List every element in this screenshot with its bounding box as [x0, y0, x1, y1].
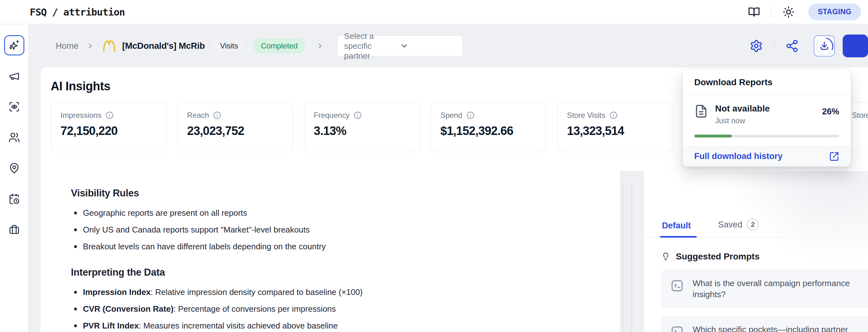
users-icon [8, 132, 20, 143]
report-file-icon [694, 104, 708, 118]
info-icon[interactable] [213, 111, 222, 120]
chevron-down-icon [400, 41, 456, 50]
metric-label: Reach [187, 111, 209, 120]
interpreting-data-title: Interpreting the Data [71, 267, 601, 278]
metric-value: 13,323,514 [567, 124, 663, 138]
list-item: Breakout levels can have different label… [71, 241, 601, 252]
info-icon[interactable] [466, 111, 475, 120]
docs-button[interactable] [745, 3, 763, 21]
metric-label: Store Visits [567, 111, 605, 120]
metric-card-frequency: Frequency 3.13% [304, 102, 420, 152]
download-progress-arc [815, 37, 834, 56]
progress-bar-fill [694, 134, 732, 138]
app-logo: FSQ / attribution [30, 6, 125, 18]
full-download-history-link[interactable]: Full download history [694, 151, 782, 161]
terminal-icon [671, 325, 684, 332]
partner-select-value: Select a specific partner [344, 31, 400, 61]
app-header: FSQ / attribution STAGING [0, 0, 868, 24]
term: CVR (Conversion Rate) [83, 304, 174, 313]
metric-card-spend: Spend $1,152,392.66 [431, 102, 547, 152]
book-icon [748, 6, 760, 18]
map-pin-icon [8, 162, 20, 174]
info-icon[interactable] [353, 111, 362, 120]
breadcrumb-home-link[interactable]: Home [56, 41, 79, 51]
actions-divider [774, 39, 774, 53]
sidebar-item-places[interactable] [4, 158, 24, 178]
primary-action-button[interactable] [843, 34, 868, 57]
list-item: PVR Lift Index: Measures incremental vis… [71, 320, 601, 331]
staging-badge: STAGING [808, 3, 861, 20]
metric-card-store-visits: Store Visits 13,323,514 [557, 102, 673, 152]
prompt-text: Which specific pockets—including partner… [693, 324, 868, 332]
sparkles-icon [8, 39, 20, 51]
partner-select[interactable]: Select a specific partner [337, 35, 463, 56]
suggested-prompts-header: Suggested Prompts [661, 251, 868, 262]
report-progress-percent: 26% [822, 107, 839, 117]
term: PVR Lift Index [83, 321, 138, 330]
share-icon [785, 39, 799, 53]
term-desc: : Measures incremental visits achieved a… [138, 321, 338, 330]
tab-default[interactable]: Default [662, 221, 691, 238]
metric-value: 72,150,220 [60, 124, 157, 138]
info-icon[interactable] [609, 111, 618, 120]
chevron-right-icon [316, 42, 324, 50]
info-icon[interactable] [105, 111, 114, 120]
breadcrumb: Home [McDonald's] McRib Visits Completed… [29, 24, 868, 67]
tab-saved-label: Saved [718, 220, 743, 230]
chevron-right-icon [86, 42, 94, 50]
gear-icon [750, 39, 763, 53]
mcdonalds-arches-icon [102, 39, 117, 53]
campaign-title: [McDonald's] McRib [122, 41, 205, 51]
panel-splitter-handle[interactable] [622, 183, 624, 332]
metric-value: 23,023,752 [187, 124, 283, 138]
terminal-icon [671, 279, 684, 300]
download-reports-popover: Download Reports Not available Just now … [682, 69, 851, 167]
settings-button[interactable] [747, 37, 765, 55]
external-link-icon[interactable] [829, 151, 839, 161]
sidebar-item-visibility[interactable] [4, 97, 24, 117]
term-desc: : Relative impression density compared t… [151, 287, 363, 297]
report-timestamp: Just now [715, 116, 770, 125]
sidebar-item-portfolio[interactable] [4, 219, 24, 240]
visibility-rules-list: Geographic reports are present on all re… [71, 207, 601, 252]
content-scrollbar[interactable] [631, 183, 632, 332]
sidebar-item-ai-insights[interactable] [4, 35, 24, 55]
megaphone-icon [8, 70, 20, 82]
sidebar [0, 24, 29, 332]
metric-card-reach: Reach 23,023,752 [177, 102, 293, 152]
metric-label: Spend [440, 111, 462, 120]
list-item: CVR (Conversion Rate): Percentage of con… [71, 303, 601, 314]
lightbulb-icon [661, 252, 670, 261]
scan-eye-icon [8, 101, 20, 113]
prompt-card-2[interactable]: Which specific pockets—including partner… [662, 316, 868, 332]
list-item: Only US and Canada reports support "Mark… [71, 224, 601, 235]
interpreting-data-list: Impression Index: Relative impression de… [71, 286, 601, 331]
saved-count-badge: 2 [747, 219, 759, 231]
prompt-text: What is the overall campaign performance… [693, 278, 868, 300]
share-button[interactable] [783, 37, 801, 55]
visibility-rules-title: Visibility Rules [71, 187, 601, 199]
metric-value: 3.13% [314, 124, 410, 138]
popover-title: Download Reports [694, 77, 772, 87]
status-badge: Completed [253, 38, 305, 54]
sidebar-item-campaigns[interactable] [4, 66, 24, 86]
popover-footer: Full download history [683, 146, 850, 166]
progress-bar [694, 134, 839, 138]
term-desc: : Percentage of conversions per impressi… [174, 304, 336, 313]
popover-header: Download Reports [683, 69, 850, 95]
term: Impression Index [83, 287, 151, 297]
prompt-card-1[interactable]: What is the overall campaign performance… [662, 270, 868, 308]
metric-label: Impressions [60, 111, 101, 120]
sun-icon [782, 6, 795, 18]
panel-tabs: Default Saved 2 [662, 219, 868, 238]
theme-toggle-button[interactable] [780, 3, 798, 21]
calendar-clock-icon [8, 193, 20, 205]
sidebar-item-schedule[interactable] [4, 189, 24, 209]
sidebar-item-audiences[interactable] [4, 127, 24, 148]
download-reports-button[interactable] [813, 35, 835, 57]
report-type-badge: Visits [212, 38, 246, 54]
tab-saved[interactable]: Saved 2 [718, 219, 759, 238]
briefcase-icon [8, 224, 20, 235]
metric-label: Frequency [314, 111, 349, 120]
list-item: Impression Index: Relative impression de… [71, 286, 601, 298]
